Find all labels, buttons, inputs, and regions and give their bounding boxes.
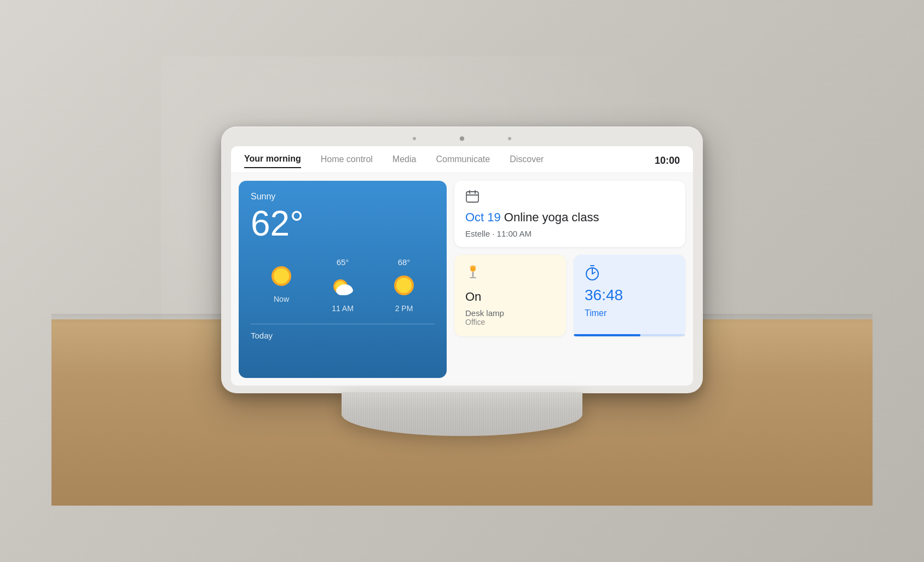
content-area: Sunny 62° Now <box>231 173 693 386</box>
tab-your-morning[interactable]: Your morning <box>244 154 301 168</box>
lamp-icon <box>465 265 481 284</box>
device-frame: Your morning Home control Media Communic… <box>221 127 703 393</box>
weather-forecast: Now 65° <box>251 257 435 313</box>
timer-display: 36:48 <box>585 286 674 304</box>
svg-point-14 <box>470 266 476 272</box>
lamp-name: Desk lamp <box>465 308 555 318</box>
scene: Your morning Home control Media Communic… <box>161 56 763 506</box>
svg-point-8 <box>396 278 412 293</box>
google-nest-hub-device: Your morning Home control Media Communic… <box>216 127 708 436</box>
partly-cloudy-icon <box>328 271 357 300</box>
lamp-location: Office <box>465 318 555 326</box>
tab-discover[interactable]: Discover <box>510 154 544 168</box>
forecast-now: Now <box>267 257 296 313</box>
forecast-11am: 65° 11 AM <box>328 257 357 313</box>
forecast-11am-temp: 65° <box>337 257 349 267</box>
clock-display: 10:00 <box>655 155 680 167</box>
camera-dot-center <box>460 136 464 141</box>
lamp-card[interactable]: On Desk lamp Office <box>454 255 566 336</box>
forecast-now-time: Now <box>274 295 289 303</box>
lamp-icon-wrapper <box>465 265 555 286</box>
camera-dot-left <box>413 137 416 140</box>
camera-bar <box>231 136 693 141</box>
camera-dot-right <box>508 137 511 140</box>
calendar-event-detail: Estelle · 11:00 AM <box>465 229 674 238</box>
timer-icon-wrapper <box>585 265 674 283</box>
weather-temperature: 62° <box>251 206 435 241</box>
calendar-dot-separator: · <box>492 229 496 238</box>
calendar-attendee: Estelle <box>465 229 490 238</box>
calendar-event-title: Online yoga class <box>504 210 599 225</box>
weather-period: Today <box>251 331 435 340</box>
timer-progress-track <box>574 334 685 336</box>
calendar-card[interactable]: Oct 19 Online yoga class Estelle · 11:00… <box>454 181 685 247</box>
timer-progress-bar <box>574 334 640 336</box>
calendar-icon <box>465 190 480 204</box>
weather-card[interactable]: Sunny 62° Now <box>239 181 447 378</box>
bottom-row: On Desk lamp Office <box>454 255 685 336</box>
sun-icon-now <box>267 262 296 290</box>
tab-communicate[interactable]: Communicate <box>436 154 490 168</box>
svg-rect-15 <box>472 272 474 277</box>
forecast-2pm-temp: 68° <box>398 257 411 267</box>
lamp-status: On <box>465 290 555 304</box>
forecast-2pm: 68° 2 PM <box>390 257 418 313</box>
calendar-event-row: Oct 19 Online yoga class <box>465 210 674 225</box>
speaker-base <box>342 392 582 436</box>
speaker-texture <box>342 392 582 436</box>
sun-icon-2pm <box>390 271 418 300</box>
tab-home-control[interactable]: Home control <box>321 154 373 168</box>
timer-icon <box>585 265 600 281</box>
svg-rect-9 <box>466 192 478 202</box>
calendar-event-date: Oct 19 <box>465 210 501 225</box>
timer-label: Timer <box>585 308 674 318</box>
calendar-icon-row <box>465 190 674 206</box>
forecast-11am-time: 11 AM <box>332 304 354 313</box>
nav-bar: Your morning Home control Media Communic… <box>231 146 693 173</box>
weather-divider <box>251 324 435 324</box>
calendar-time: 11:00 AM <box>497 229 532 238</box>
tab-media[interactable]: Media <box>392 154 417 168</box>
svg-rect-16 <box>470 277 476 278</box>
svg-point-6 <box>341 286 353 294</box>
timer-card[interactable]: 36:48 Timer <box>574 255 685 336</box>
forecast-2pm-time: 2 PM <box>395 304 413 313</box>
right-column: Oct 19 Online yoga class Estelle · 11:00… <box>454 181 685 378</box>
weather-condition: Sunny <box>251 192 435 202</box>
screen: Your morning Home control Media Communic… <box>231 146 693 386</box>
svg-point-1 <box>274 268 289 284</box>
